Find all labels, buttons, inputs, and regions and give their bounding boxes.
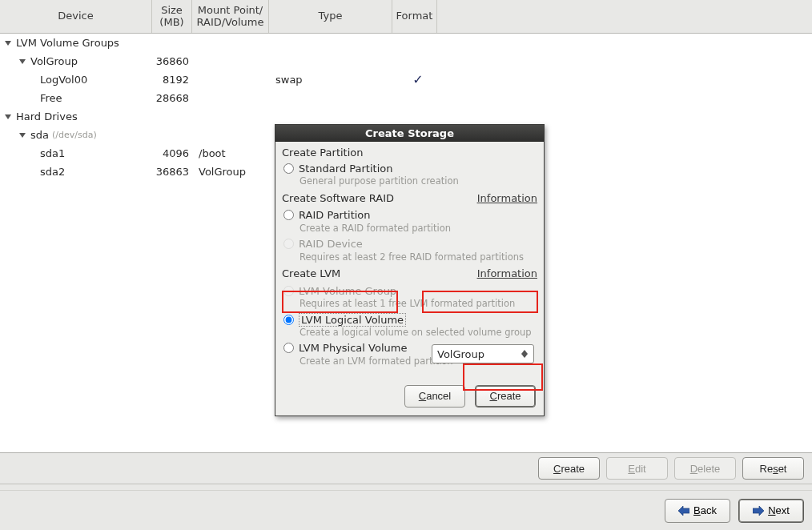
column-headers: Device Size (MB) Mount Point/ RAID/Volum…: [0, 0, 812, 34]
radio-lvm-lv[interactable]: LVM Logical Volume: [282, 311, 537, 327]
back-button[interactable]: Back: [665, 499, 730, 523]
delete-action: Delete: [674, 457, 736, 480]
hint-raid-partition: Create a RAID formated partition: [299, 223, 537, 235]
section-create-lvm: Create LVM: [282, 267, 340, 279]
tree-volgroup[interactable]: VolGroup 36860: [0, 52, 812, 70]
chevron-down-icon[interactable]: [3, 112, 13, 122]
radio-input[interactable]: [283, 210, 294, 220]
tree-mount: VolGroup: [195, 166, 272, 178]
chevron-down-icon[interactable]: [18, 130, 27, 140]
tree-label: Free: [40, 92, 62, 104]
tree-size: 4096: [155, 147, 195, 159]
tree-label: sda2: [40, 166, 65, 178]
tree-free[interactable]: Free 28668: [0, 89, 812, 107]
chevron-down-icon[interactable]: [3, 38, 13, 48]
action-bar: Create Edit Delete Reset: [0, 453, 812, 484]
col-size[interactable]: Size (MB): [152, 0, 192, 33]
hint-standard-partition: General purpose partition creation: [299, 176, 537, 187]
col-format[interactable]: Format: [392, 0, 437, 33]
radio-label: RAID Device: [299, 238, 363, 250]
section-create-raid: Create Software RAID: [282, 192, 394, 204]
tree-label: Hard Drives: [16, 110, 78, 122]
hint-lvm-vg: Requires at least 1 free LVM formated pa…: [299, 299, 537, 310]
chevron-down-icon[interactable]: [18, 57, 27, 66]
svg-marker-1: [19, 59, 26, 64]
arrow-right-icon: [753, 506, 764, 516]
dialog-title: Create Storage: [275, 125, 544, 142]
col-device[interactable]: Device: [0, 0, 152, 33]
create-action[interactable]: Create: [538, 457, 600, 480]
tree-lvm-groups[interactable]: LVM Volume Groups: [0, 34, 812, 52]
radio-input: [283, 286, 294, 296]
tree-label: LogVol00: [40, 74, 87, 86]
tree-hard-drives[interactable]: Hard Drives: [0, 107, 812, 126]
tree-size: 8192: [155, 74, 195, 86]
next-button[interactable]: Next: [738, 499, 804, 523]
radio-standard-partition[interactable]: Standard Partition: [282, 160, 537, 176]
device-tree: LVM Volume Groups VolGroup 36860 LogVol0…: [0, 34, 812, 453]
radio-input: [283, 239, 294, 249]
reset-action[interactable]: Reset: [742, 457, 804, 480]
select-value: VolGroup: [437, 348, 484, 360]
create-storage-dialog: Create Storage Create Partition Standard…: [275, 124, 545, 416]
tree-size: 36863: [155, 166, 195, 178]
tree-type: swap: [272, 74, 396, 86]
radio-lvm-vg: LVM Volume Group: [282, 283, 537, 299]
svg-marker-2: [5, 114, 11, 119]
radio-input[interactable]: [283, 343, 294, 353]
radio-label: LVM Volume Group: [299, 285, 396, 297]
svg-marker-7: [753, 506, 764, 516]
tree-size: 28668: [155, 92, 195, 104]
spinner-icon: [519, 347, 530, 361]
radio-raid-partition[interactable]: RAID Partition: [282, 207, 537, 223]
info-link-raid[interactable]: IInformationnformation: [477, 192, 537, 204]
tree-size: 36860: [155, 55, 195, 67]
info-link-lvm[interactable]: Information: [477, 267, 537, 279]
radio-raid-device: RAID Device: [282, 236, 537, 252]
tree-label: VolGroup: [30, 55, 78, 67]
svg-marker-0: [5, 41, 11, 46]
cancel-button[interactable]: Cancel: [404, 385, 465, 408]
radio-label: LVM Physical Volume: [299, 342, 407, 354]
volgroup-select[interactable]: VolGroup: [432, 344, 534, 363]
radio-label: RAID Partition: [299, 209, 371, 221]
svg-marker-5: [521, 354, 528, 358]
radio-input[interactable]: [283, 163, 294, 174]
radio-input[interactable]: [283, 315, 294, 325]
tree-mount: /boot: [195, 147, 272, 159]
radio-label: LVM Logical Volume: [299, 314, 406, 326]
hint-raid-device: Requires at least 2 free RAID formated p…: [299, 252, 537, 263]
tree-label: sda: [30, 129, 49, 141]
col-mount[interactable]: Mount Point/ RAID/Volume: [192, 0, 269, 33]
edit-action: Edit: [606, 457, 668, 480]
check-icon: ✓: [412, 72, 423, 87]
arrow-left-icon: [678, 506, 689, 516]
col-type[interactable]: Type: [269, 0, 392, 33]
nav-bar: Back Next: [0, 490, 812, 530]
radio-label: Standard Partition: [299, 163, 392, 175]
hint-lvm-lv: Create a logical volume on selected volu…: [299, 327, 537, 339]
tree-label: LVM Volume Groups: [16, 37, 119, 49]
svg-marker-6: [678, 506, 689, 516]
section-create-partition: Create Partition: [282, 147, 537, 159]
create-button[interactable]: Create: [475, 385, 536, 408]
tree-logvol[interactable]: LogVol00 8192 swap ✓: [0, 70, 812, 89]
svg-marker-3: [19, 133, 26, 138]
tree-label: sda1: [40, 147, 65, 159]
tree-sub: (/dev/sda): [52, 130, 97, 140]
